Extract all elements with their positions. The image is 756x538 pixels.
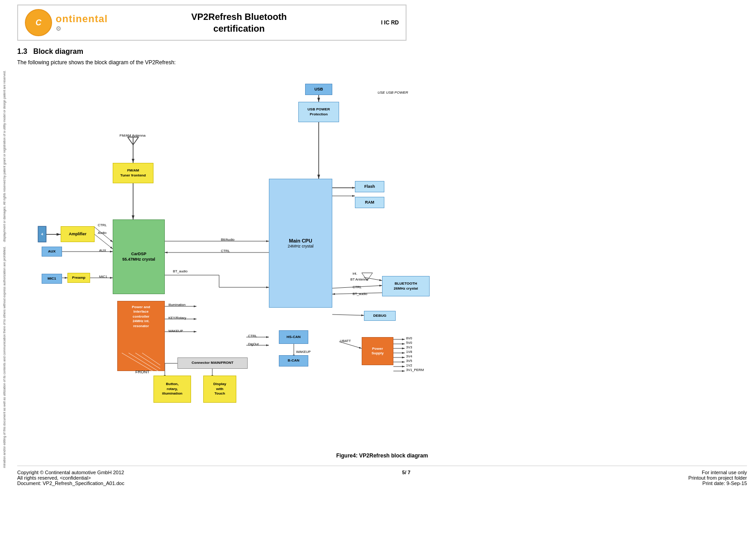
diagram-container: USB USB POWERProtection FM/AMTuner front…	[24, 70, 740, 450]
header-title-line1: VP2Refresh Bluetooth	[124, 11, 354, 23]
label-5v0: 5V0	[406, 341, 412, 345]
logo-name: ontinental	[56, 13, 108, 25]
logo-circle: C	[25, 9, 52, 36]
logo-gear: ⚙	[56, 25, 108, 32]
footer-right: For internal use only Printout from proj…	[688, 470, 747, 486]
block-usb-power: USB POWERProtection	[298, 102, 339, 122]
footer-copyright: Copyright © Continental automotive GmbH …	[17, 470, 124, 475]
block-cardsp: CarDSP55.47MHz crystal	[113, 219, 165, 294]
block-power-supply: PowerSupply	[362, 337, 393, 365]
label-btlaudio: Btl/Audio	[221, 238, 234, 242]
block-connector: Connector MAIN/FRONT	[177, 357, 248, 369]
label-int-bt: int.	[353, 271, 357, 276]
label-3v5: 3V5	[406, 359, 412, 363]
footer-internal: For internal use only	[688, 470, 747, 475]
svg-line-26	[332, 314, 364, 315]
fmam-antenna-label: FM/AM Antenna	[120, 133, 145, 138]
block-bluetooth: BLUETOOTH26MHz crystal	[382, 276, 430, 296]
block-maincpu: Main CPU 24MHz crystal	[269, 179, 332, 308]
block-aux: AUX	[42, 247, 62, 257]
logo-area: C ontinental ⚙	[25, 9, 124, 36]
section-title: Block diagram	[33, 48, 83, 55]
section-heading: 1.3 Block diagram	[17, 48, 747, 56]
label-3v1-perm: 3V1_PERM	[406, 368, 424, 372]
label-wakeup-2: WAKEUP	[296, 350, 311, 354]
label-3v4: 3V4	[406, 354, 412, 358]
block-power-interface: Power andInterfacecontroller 24MHz int.r…	[117, 301, 165, 371]
footer-document: Document: VP2_Refresh_Specification_A01.…	[17, 481, 124, 486]
footer-left: Copyright © Continental automotive GmbH …	[17, 470, 124, 486]
label-3v3: 3V3	[406, 345, 412, 349]
header-doc-id: I IC RD	[354, 19, 399, 26]
block-display-touch: DisplaywithTouch	[203, 376, 236, 403]
label-bt-audio: BT_audio	[173, 269, 187, 273]
use-usb-power-label: USE USB POWER	[378, 90, 408, 95]
label-key-rotary: KEY/Rotary	[168, 316, 186, 320]
front-label: FRONT	[135, 370, 149, 374]
left-sidebar: mination and/or editing of this document…	[0, 0, 8, 538]
label-aux: AUX	[99, 248, 106, 252]
footer-print-date: Print date: 9-Sep-15	[688, 481, 747, 486]
block-flash: Flash	[355, 181, 384, 192]
header-title: VP2Refresh Bluetooth certification	[124, 11, 354, 34]
footer-rights: All rights reserved, <confidential>	[17, 475, 124, 481]
label-1v8: 1V8	[406, 350, 412, 354]
label-illumination: Illumination	[168, 303, 186, 307]
label-digout: DigOut	[248, 342, 258, 346]
section-desc: The following picture shows the block di…	[17, 59, 747, 66]
label-ctrl-1: CTRL	[98, 223, 107, 227]
label-ctrl-2: CTRL	[221, 249, 230, 253]
block-ram: RAM	[355, 197, 384, 208]
block-mic1: MIC1	[42, 274, 62, 284]
block-button-rotary: Button,rotary,illumination	[153, 376, 191, 403]
figure-caption: Figure4: VP2Refresh block diagram	[17, 452, 747, 459]
indicator-4: 4	[38, 226, 46, 242]
header-title-line2: certification	[124, 23, 354, 34]
main-content: C ontinental ⚙ VP2Refresh Bluetooth cert…	[8, 0, 756, 490]
label-wakeup: WAKEUP	[168, 329, 183, 333]
label-8v0: 8V0	[406, 336, 412, 340]
block-hscan: HS-CAN	[279, 330, 308, 344]
block-preamp: Preamp	[67, 273, 90, 283]
block-amplifier: Amplifier	[61, 226, 95, 242]
section-number: 1.3	[17, 48, 27, 55]
label-audio-1: Audio	[98, 231, 106, 235]
block-usb: USB	[305, 84, 332, 95]
label-btaudio-2: BT_audio	[353, 292, 367, 296]
label-bt-antenna: BT Antenna	[350, 277, 368, 281]
footer-printout: Printout from project folder	[688, 475, 747, 481]
label-ctrl-bt: CTRL	[353, 285, 362, 289]
block-debug: DEBUG	[364, 311, 396, 321]
label-ctrl-3: CTRL	[248, 334, 257, 338]
label-mic1: MIC1	[99, 275, 107, 279]
block-fmam: FM/AMTuner frontend	[113, 163, 153, 183]
footer-center: 5/ 7	[402, 470, 410, 486]
label-1v2: 1V2	[406, 363, 412, 367]
logo-text-area: ontinental ⚙	[56, 13, 108, 32]
block-bcan: B-CAN	[279, 355, 308, 367]
label-ubatt: UBATT	[340, 339, 351, 343]
footer-page: 5/ 7	[402, 470, 410, 475]
header: C ontinental ⚙ VP2Refresh Bluetooth cert…	[17, 5, 407, 41]
sidebar-text: mination and/or editing of this document…	[3, 20, 6, 518]
footer: Copyright © Continental automotive GmbH …	[17, 466, 747, 486]
svg-line-9	[95, 234, 113, 249]
